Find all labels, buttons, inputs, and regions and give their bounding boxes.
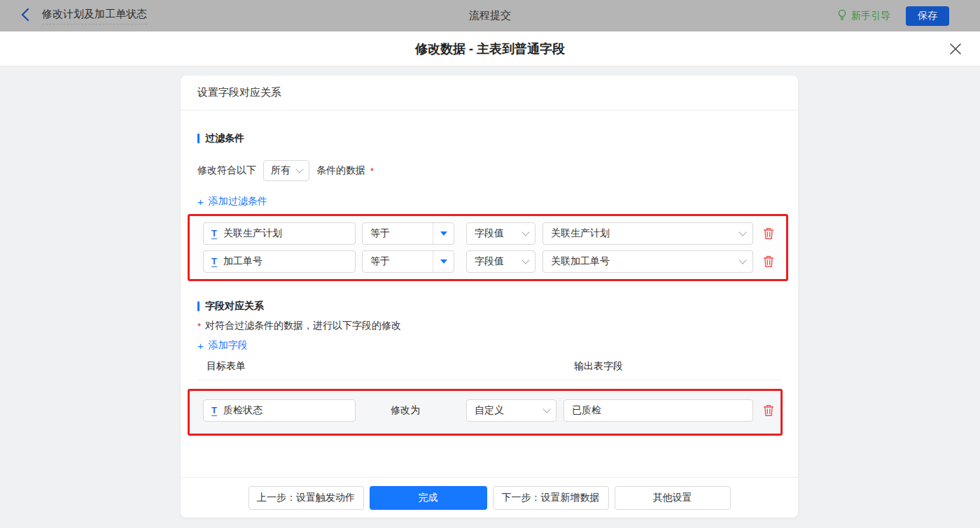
top-bar: 修改计划及加工单状态 流程提交 新手引导 保存 [0, 0, 980, 31]
mapping-row: T 质检状态 修改为 自定义 [190, 399, 780, 422]
next-step-button[interactable]: 下一步：设置新增数据 [493, 486, 609, 510]
caret-segment [433, 223, 454, 244]
value-mode-select[interactable]: 自定义 [466, 399, 556, 422]
value-type-value: 字段值 [475, 227, 504, 240]
previous-step-button[interactable]: 上一步：设置触发动作 [248, 486, 364, 510]
close-icon [949, 45, 962, 57]
section-accent-bar [197, 134, 200, 143]
mapping-description: * 对符合过滤条件的数据，进行以下字段的修改 [197, 320, 401, 332]
modal-header: 修改数据 - 主表到普通字段 [0, 31, 980, 66]
value-type-select[interactable]: 字段值 [466, 222, 536, 245]
panel-footer: 上一步：设置触发动作 完成 下一步：设置新增数据 其他设置 [181, 477, 798, 518]
topbar-center-label: 流程提交 [469, 9, 511, 22]
filter-rows-highlight-box: T 关联生产计划 等于 字段值 关联生产计划 [188, 214, 788, 281]
chevron-down-icon [738, 256, 746, 264]
value-type-value: 字段值 [475, 255, 504, 268]
chevron-down-icon [738, 228, 746, 236]
modify-to-label: 修改为 [391, 399, 420, 422]
value-type-select[interactable]: 字段值 [466, 250, 536, 273]
mapping-description-text: 对符合过滤条件的数据，进行以下字段的修改 [205, 320, 401, 332]
match-condition-row: 修改符合以下 所有 条件的数据 * [197, 160, 374, 181]
custom-value-input[interactable] [564, 399, 753, 422]
operator-value: 等于 [363, 255, 433, 268]
filter-value-label: 关联加工单号 [551, 255, 610, 268]
add-filter-condition-link[interactable]: + 添加过滤条件 [197, 195, 267, 208]
match-suffix-label: 条件的数据 [316, 164, 365, 177]
beginner-guide-button[interactable]: 新手引导 [837, 9, 890, 23]
filter-field-label: 关联生产计划 [223, 227, 282, 240]
add-field-label: 添加字段 [209, 339, 248, 352]
trash-icon [763, 407, 774, 419]
section-accent-bar [197, 301, 200, 311]
save-button[interactable]: 保存 [906, 6, 949, 26]
chevron-down-icon [295, 165, 303, 173]
back-button[interactable] [18, 8, 32, 24]
mapping-rows-highlight-box: T 质检状态 修改为 自定义 [188, 389, 783, 436]
caret-segment [433, 251, 454, 272]
filter-value-select[interactable]: 关联生产计划 [542, 222, 753, 245]
match-prefix-label: 修改符合以下 [197, 164, 256, 177]
match-mode-value: 所有 [271, 164, 290, 177]
filter-field-label: 加工单号 [223, 255, 262, 268]
chevron-left-icon [21, 8, 29, 24]
filter-section-title: 过滤条件 [197, 132, 244, 145]
trash-icon [763, 230, 774, 242]
delete-row-button[interactable] [763, 227, 776, 240]
workflow-title[interactable]: 修改计划及加工单状态 [42, 8, 147, 24]
delete-row-button[interactable] [763, 255, 776, 268]
filter-field-select[interactable]: T 加工单号 [203, 250, 356, 273]
modal-title: 修改数据 - 主表到普通字段 [0, 31, 980, 66]
beginner-guide-label: 新手引导 [851, 10, 890, 22]
value-mode-value: 自定义 [475, 404, 504, 417]
text-field-icon: T [211, 229, 217, 239]
panel-header: 设置字段对应关系 [181, 76, 798, 110]
filter-row: T 关联生产计划 等于 字段值 关联生产计划 [190, 222, 786, 245]
chevron-down-icon [542, 405, 550, 413]
output-field-column-header: 输出表字段 [574, 360, 623, 373]
add-field-link[interactable]: + 添加字段 [197, 339, 248, 352]
mapping-section-title: 字段对应关系 [197, 300, 264, 313]
lightbulb-icon [837, 9, 847, 23]
settings-panel: 设置字段对应关系 过滤条件 修改符合以下 所有 条件的数据 * + 添加过滤条件… [181, 76, 798, 518]
other-settings-button[interactable]: 其他设置 [615, 486, 731, 510]
done-button[interactable]: 完成 [370, 486, 487, 510]
filter-row: T 加工单号 等于 字段值 关联加工单号 [190, 250, 786, 273]
filter-section-label: 过滤条件 [205, 132, 244, 145]
required-asterisk: * [197, 321, 201, 331]
caret-down-icon [440, 231, 447, 236]
filter-value-select[interactable]: 关联加工单号 [542, 250, 753, 273]
filter-field-select[interactable]: T 关联生产计划 [203, 222, 356, 245]
caret-down-icon [440, 259, 447, 264]
required-asterisk: * [370, 166, 374, 176]
target-field-select[interactable]: T 质检状态 [203, 399, 356, 422]
operator-value: 等于 [363, 227, 433, 240]
operator-select[interactable]: 等于 [362, 250, 454, 273]
column-divider [197, 380, 781, 380]
chevron-down-icon [522, 228, 529, 236]
target-form-column-header: 目标表单 [206, 360, 246, 373]
match-mode-select[interactable]: 所有 [263, 160, 309, 181]
trash-icon [763, 258, 774, 270]
text-field-icon: T [211, 257, 217, 267]
delete-row-button[interactable] [763, 404, 776, 417]
filter-value-label: 关联生产计划 [551, 227, 610, 240]
plus-icon: + [197, 341, 204, 351]
operator-select[interactable]: 等于 [362, 222, 454, 245]
target-field-label: 质检状态 [223, 404, 262, 417]
chevron-down-icon [522, 256, 529, 264]
add-filter-condition-label: 添加过滤条件 [209, 195, 267, 208]
plus-icon: + [197, 197, 204, 207]
close-button[interactable] [949, 43, 962, 55]
mapping-section-label: 字段对应关系 [205, 300, 264, 313]
text-field-icon: T [211, 406, 217, 416]
